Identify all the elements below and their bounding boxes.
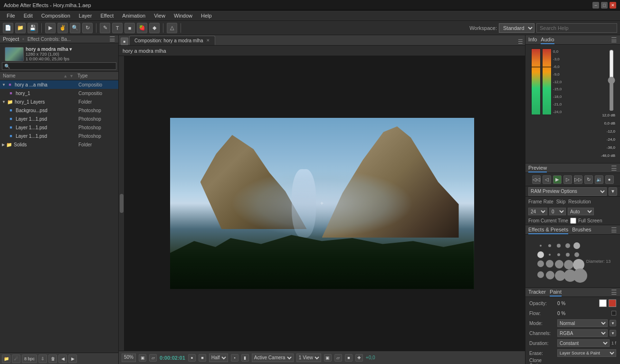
- comp-viewport[interactable]: +: [119, 56, 525, 351]
- selection-tool[interactable]: ▶: [45, 23, 56, 33]
- shape-tool[interactable]: ■: [124, 23, 135, 33]
- project-item[interactable]: ▼ ■ hory a ...a mlha Compositio: [0, 80, 118, 89]
- camera-select[interactable]: Active Camera: [252, 354, 294, 362]
- step-forward[interactable]: ▷: [563, 175, 572, 184]
- left-scrollbar[interactable]: [119, 56, 124, 351]
- audio-slider[interactable]: [608, 49, 615, 111]
- project-item[interactable]: ■ Layer 1...1.psd Photoshop: [0, 123, 118, 132]
- effects-panel-menu[interactable]: ☰: [611, 226, 617, 234]
- open-button[interactable]: 📁: [15, 23, 26, 33]
- go-to-end[interactable]: ▷▷: [574, 175, 582, 184]
- brush-dot[interactable]: [537, 271, 544, 278]
- brush-dot[interactable]: [557, 253, 560, 256]
- zoom-tool[interactable]: 🔍: [70, 23, 80, 33]
- erase-select[interactable]: Layer Source & Paint: [557, 349, 616, 357]
- brush-dot[interactable]: [565, 243, 570, 248]
- brush-dot[interactable]: [557, 244, 561, 248]
- brush-dot[interactable]: [537, 260, 544, 267]
- comp-settings-2[interactable]: ■: [199, 354, 206, 362]
- comp-btn-3[interactable]: ▪: [231, 354, 238, 362]
- nav-right-button[interactable]: ▶: [68, 354, 77, 363]
- view-select[interactable]: 1 View: [296, 354, 321, 362]
- menu-help[interactable]: Help: [197, 12, 216, 19]
- brush-dot[interactable]: [549, 254, 551, 256]
- pen-tool[interactable]: ✎: [100, 23, 110, 33]
- tab-brushes[interactable]: Brushes: [572, 226, 591, 234]
- menu-file[interactable]: File: [3, 12, 19, 19]
- quality-select[interactable]: HalfFull: [209, 354, 228, 362]
- audio-mute[interactable]: 🔉: [595, 175, 603, 184]
- tab-effects-presets[interactable]: Effects & Presets: [528, 226, 568, 234]
- brush-dot[interactable]: [546, 260, 553, 268]
- step-back[interactable]: ◁: [543, 175, 551, 184]
- new-comp-button[interactable]: ☄: [12, 354, 20, 363]
- menu-effect[interactable]: Effect: [96, 12, 117, 19]
- text-tool[interactable]: T: [112, 23, 123, 33]
- comp-panel-menu[interactable]: ☰: [518, 38, 523, 45]
- mode-dropdown[interactable]: ▼: [610, 320, 616, 326]
- brush-dot[interactable]: [574, 252, 579, 257]
- minimize-button[interactable]: –: [592, 2, 599, 9]
- project-item[interactable]: ▶ 📁 Solids Folder: [0, 140, 118, 149]
- tracker-panel-menu[interactable]: ☰: [611, 288, 617, 296]
- tab-tracker[interactable]: Tracker: [528, 288, 546, 297]
- tab-paint[interactable]: Paint: [550, 288, 562, 297]
- duration-select[interactable]: Constant: [557, 339, 610, 347]
- tab-preview[interactable]: Preview: [528, 164, 547, 172]
- color-swatch-white[interactable]: [599, 299, 607, 307]
- info-panel-menu[interactable]: ☰: [611, 36, 617, 44]
- search-input[interactable]: [536, 23, 617, 33]
- menu-edit[interactable]: Edit: [20, 12, 37, 19]
- new-comp-button[interactable]: 📄: [3, 23, 13, 33]
- clone-tool[interactable]: ◆: [149, 23, 160, 33]
- zoom-control[interactable]: 50%: [122, 354, 136, 362]
- menu-layer[interactable]: Layer: [75, 12, 96, 19]
- brush-dot[interactable]: [573, 268, 587, 283]
- comp-tab-main[interactable]: Composition: hory a modra mlha ✕: [129, 36, 215, 45]
- comp-panel-icon[interactable]: ■: [121, 38, 128, 45]
- comp-tab-close[interactable]: ✕: [206, 38, 210, 43]
- loop-button[interactable]: ↻: [584, 175, 593, 184]
- puppet-tool[interactable]: △: [167, 23, 177, 33]
- save-button[interactable]: 💾: [28, 23, 38, 33]
- play-button[interactable]: ▶: [553, 175, 562, 184]
- color-swatch-red[interactable]: [609, 299, 616, 307]
- brush-tool[interactable]: 🍓: [137, 23, 147, 33]
- brush-dot[interactable]: [555, 260, 563, 268]
- go-to-start[interactable]: ◁◁: [532, 175, 541, 184]
- close-button[interactable]: ✕: [610, 2, 616, 9]
- color-swatch-black[interactable]: [611, 311, 616, 316]
- menu-animation[interactable]: Animation: [118, 12, 149, 19]
- view-btn-2[interactable]: ▱: [334, 354, 342, 362]
- workspace-select[interactable]: Standard: [499, 23, 534, 33]
- full-screen-check[interactable]: [570, 218, 576, 224]
- comp-settings-1[interactable]: ●: [188, 354, 196, 362]
- frame-rate-select[interactable]: 24: [528, 208, 547, 215]
- menu-composition[interactable]: Composition: [38, 12, 74, 19]
- import-button[interactable]: ⇩: [38, 354, 47, 363]
- grid-button[interactable]: ▱: [149, 354, 157, 362]
- nav-left-button[interactable]: ◀: [58, 354, 67, 363]
- view-btn-3[interactable]: ■: [345, 354, 353, 362]
- view-btn-1[interactable]: ▣: [324, 354, 332, 362]
- hand-tool[interactable]: ✌: [57, 23, 68, 33]
- brush-dot[interactable]: [540, 245, 542, 247]
- brush-dot[interactable]: [546, 271, 554, 279]
- view-btn-4[interactable]: ✚: [355, 354, 363, 362]
- project-panel-menu[interactable]: ☰: [109, 35, 115, 43]
- project-item[interactable]: ■ Layer 1...1.psd Photoshop: [0, 115, 118, 123]
- delete-button[interactable]: 🗑: [48, 354, 57, 363]
- fit-to-view[interactable]: ▣: [139, 354, 146, 362]
- menu-window[interactable]: Window: [170, 12, 196, 19]
- new-folder-button[interactable]: 📁: [2, 354, 10, 363]
- project-item[interactable]: ■ Backgrou...psd Photoshop: [0, 106, 118, 115]
- skip-select[interactable]: 0: [549, 208, 566, 215]
- channels-dropdown[interactable]: ▼: [610, 330, 616, 336]
- brush-dot[interactable]: [537, 251, 544, 258]
- channels-select[interactable]: RGBA: [557, 329, 608, 337]
- ram-settings[interactable]: ▼: [609, 187, 617, 196]
- resolution-select[interactable]: Auto: [568, 208, 594, 215]
- project-item[interactable]: ■ hory_1 Compositio: [0, 89, 118, 97]
- project-search-input[interactable]: [2, 62, 116, 70]
- project-item[interactable]: ▼ 📁 hory_1 Layers Folder: [0, 97, 118, 106]
